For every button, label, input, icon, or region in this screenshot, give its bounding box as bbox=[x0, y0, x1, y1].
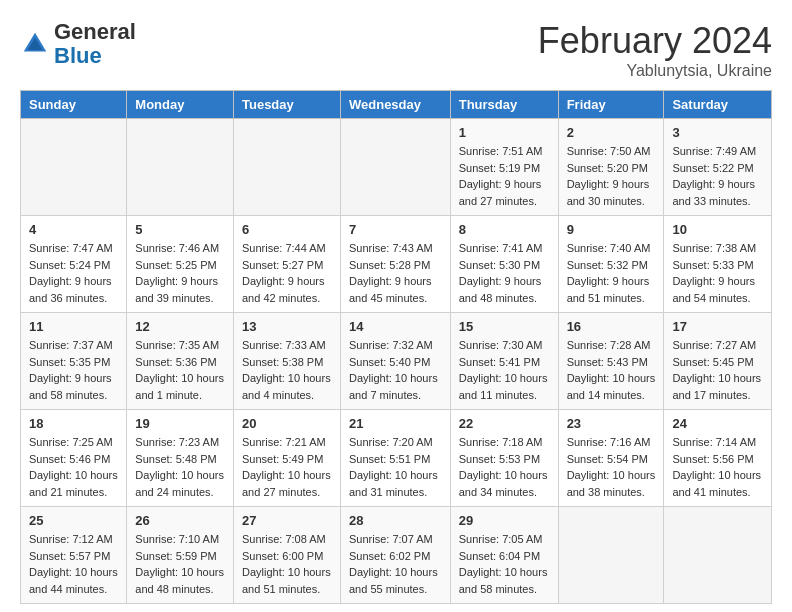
day-number: 16 bbox=[567, 319, 656, 334]
day-number: 2 bbox=[567, 125, 656, 140]
day-number: 14 bbox=[349, 319, 442, 334]
weekday-header-saturday: Saturday bbox=[664, 91, 772, 119]
day-info: Sunrise: 7:27 AMSunset: 5:45 PMDaylight:… bbox=[672, 337, 763, 403]
calendar-week-5: 25Sunrise: 7:12 AMSunset: 5:57 PMDayligh… bbox=[21, 507, 772, 604]
calendar-cell bbox=[21, 119, 127, 216]
calendar-cell: 24Sunrise: 7:14 AMSunset: 5:56 PMDayligh… bbox=[664, 410, 772, 507]
logo-general-text: General bbox=[54, 19, 136, 44]
calendar-cell: 27Sunrise: 7:08 AMSunset: 6:00 PMDayligh… bbox=[233, 507, 340, 604]
day-info: Sunrise: 7:18 AMSunset: 5:53 PMDaylight:… bbox=[459, 434, 550, 500]
day-info: Sunrise: 7:41 AMSunset: 5:30 PMDaylight:… bbox=[459, 240, 550, 306]
calendar-cell: 3Sunrise: 7:49 AMSunset: 5:22 PMDaylight… bbox=[664, 119, 772, 216]
day-info: Sunrise: 7:50 AMSunset: 5:20 PMDaylight:… bbox=[567, 143, 656, 209]
weekday-header-sunday: Sunday bbox=[21, 91, 127, 119]
calendar-cell: 17Sunrise: 7:27 AMSunset: 5:45 PMDayligh… bbox=[664, 313, 772, 410]
calendar-cell: 14Sunrise: 7:32 AMSunset: 5:40 PMDayligh… bbox=[340, 313, 450, 410]
day-info: Sunrise: 7:23 AMSunset: 5:48 PMDaylight:… bbox=[135, 434, 225, 500]
calendar-week-3: 11Sunrise: 7:37 AMSunset: 5:35 PMDayligh… bbox=[21, 313, 772, 410]
day-number: 13 bbox=[242, 319, 332, 334]
day-info: Sunrise: 7:32 AMSunset: 5:40 PMDaylight:… bbox=[349, 337, 442, 403]
day-info: Sunrise: 7:14 AMSunset: 5:56 PMDaylight:… bbox=[672, 434, 763, 500]
calendar-cell: 21Sunrise: 7:20 AMSunset: 5:51 PMDayligh… bbox=[340, 410, 450, 507]
calendar-cell: 8Sunrise: 7:41 AMSunset: 5:30 PMDaylight… bbox=[450, 216, 558, 313]
day-info: Sunrise: 7:47 AMSunset: 5:24 PMDaylight:… bbox=[29, 240, 118, 306]
day-number: 8 bbox=[459, 222, 550, 237]
day-number: 25 bbox=[29, 513, 118, 528]
day-number: 20 bbox=[242, 416, 332, 431]
calendar-cell bbox=[558, 507, 664, 604]
calendar-cell: 29Sunrise: 7:05 AMSunset: 6:04 PMDayligh… bbox=[450, 507, 558, 604]
calendar-week-2: 4Sunrise: 7:47 AMSunset: 5:24 PMDaylight… bbox=[21, 216, 772, 313]
day-number: 15 bbox=[459, 319, 550, 334]
day-info: Sunrise: 7:05 AMSunset: 6:04 PMDaylight:… bbox=[459, 531, 550, 597]
day-info: Sunrise: 7:07 AMSunset: 6:02 PMDaylight:… bbox=[349, 531, 442, 597]
weekday-header-row: SundayMondayTuesdayWednesdayThursdayFrid… bbox=[21, 91, 772, 119]
calendar-cell: 16Sunrise: 7:28 AMSunset: 5:43 PMDayligh… bbox=[558, 313, 664, 410]
calendar-cell: 28Sunrise: 7:07 AMSunset: 6:02 PMDayligh… bbox=[340, 507, 450, 604]
calendar-cell: 11Sunrise: 7:37 AMSunset: 5:35 PMDayligh… bbox=[21, 313, 127, 410]
day-info: Sunrise: 7:33 AMSunset: 5:38 PMDaylight:… bbox=[242, 337, 332, 403]
calendar-cell: 22Sunrise: 7:18 AMSunset: 5:53 PMDayligh… bbox=[450, 410, 558, 507]
day-info: Sunrise: 7:51 AMSunset: 5:19 PMDaylight:… bbox=[459, 143, 550, 209]
day-number: 12 bbox=[135, 319, 225, 334]
day-info: Sunrise: 7:43 AMSunset: 5:28 PMDaylight:… bbox=[349, 240, 442, 306]
day-number: 4 bbox=[29, 222, 118, 237]
day-number: 5 bbox=[135, 222, 225, 237]
day-number: 21 bbox=[349, 416, 442, 431]
calendar-cell: 9Sunrise: 7:40 AMSunset: 5:32 PMDaylight… bbox=[558, 216, 664, 313]
day-info: Sunrise: 7:44 AMSunset: 5:27 PMDaylight:… bbox=[242, 240, 332, 306]
day-info: Sunrise: 7:25 AMSunset: 5:46 PMDaylight:… bbox=[29, 434, 118, 500]
day-info: Sunrise: 7:37 AMSunset: 5:35 PMDaylight:… bbox=[29, 337, 118, 403]
calendar-cell: 4Sunrise: 7:47 AMSunset: 5:24 PMDaylight… bbox=[21, 216, 127, 313]
calendar-cell: 26Sunrise: 7:10 AMSunset: 5:59 PMDayligh… bbox=[127, 507, 234, 604]
day-number: 24 bbox=[672, 416, 763, 431]
location-subtitle: Yablunytsia, Ukraine bbox=[538, 62, 772, 80]
calendar-cell: 23Sunrise: 7:16 AMSunset: 5:54 PMDayligh… bbox=[558, 410, 664, 507]
weekday-header-wednesday: Wednesday bbox=[340, 91, 450, 119]
calendar-cell: 7Sunrise: 7:43 AMSunset: 5:28 PMDaylight… bbox=[340, 216, 450, 313]
day-number: 23 bbox=[567, 416, 656, 431]
day-number: 7 bbox=[349, 222, 442, 237]
calendar-cell: 13Sunrise: 7:33 AMSunset: 5:38 PMDayligh… bbox=[233, 313, 340, 410]
calendar-cell: 2Sunrise: 7:50 AMSunset: 5:20 PMDaylight… bbox=[558, 119, 664, 216]
calendar-cell: 12Sunrise: 7:35 AMSunset: 5:36 PMDayligh… bbox=[127, 313, 234, 410]
calendar-cell: 5Sunrise: 7:46 AMSunset: 5:25 PMDaylight… bbox=[127, 216, 234, 313]
logo-blue-text: Blue bbox=[54, 43, 102, 68]
day-number: 29 bbox=[459, 513, 550, 528]
day-number: 6 bbox=[242, 222, 332, 237]
logo: General Blue bbox=[20, 20, 136, 68]
calendar-cell bbox=[664, 507, 772, 604]
day-info: Sunrise: 7:12 AMSunset: 5:57 PMDaylight:… bbox=[29, 531, 118, 597]
calendar-cell: 6Sunrise: 7:44 AMSunset: 5:27 PMDaylight… bbox=[233, 216, 340, 313]
calendar-cell: 20Sunrise: 7:21 AMSunset: 5:49 PMDayligh… bbox=[233, 410, 340, 507]
calendar-table: SundayMondayTuesdayWednesdayThursdayFrid… bbox=[20, 90, 772, 604]
day-number: 26 bbox=[135, 513, 225, 528]
day-number: 3 bbox=[672, 125, 763, 140]
weekday-header-tuesday: Tuesday bbox=[233, 91, 340, 119]
day-info: Sunrise: 7:38 AMSunset: 5:33 PMDaylight:… bbox=[672, 240, 763, 306]
day-number: 10 bbox=[672, 222, 763, 237]
day-info: Sunrise: 7:20 AMSunset: 5:51 PMDaylight:… bbox=[349, 434, 442, 500]
logo-icon bbox=[20, 29, 50, 59]
calendar-week-1: 1Sunrise: 7:51 AMSunset: 5:19 PMDaylight… bbox=[21, 119, 772, 216]
weekday-header-friday: Friday bbox=[558, 91, 664, 119]
calendar-cell: 15Sunrise: 7:30 AMSunset: 5:41 PMDayligh… bbox=[450, 313, 558, 410]
day-info: Sunrise: 7:46 AMSunset: 5:25 PMDaylight:… bbox=[135, 240, 225, 306]
calendar-cell: 10Sunrise: 7:38 AMSunset: 5:33 PMDayligh… bbox=[664, 216, 772, 313]
weekday-header-thursday: Thursday bbox=[450, 91, 558, 119]
day-number: 28 bbox=[349, 513, 442, 528]
calendar-cell bbox=[233, 119, 340, 216]
calendar-cell: 1Sunrise: 7:51 AMSunset: 5:19 PMDaylight… bbox=[450, 119, 558, 216]
day-number: 1 bbox=[459, 125, 550, 140]
day-info: Sunrise: 7:08 AMSunset: 6:00 PMDaylight:… bbox=[242, 531, 332, 597]
month-title: February 2024 bbox=[538, 20, 772, 62]
weekday-header-monday: Monday bbox=[127, 91, 234, 119]
day-info: Sunrise: 7:30 AMSunset: 5:41 PMDaylight:… bbox=[459, 337, 550, 403]
day-number: 11 bbox=[29, 319, 118, 334]
title-block: February 2024 Yablunytsia, Ukraine bbox=[538, 20, 772, 80]
calendar-cell: 25Sunrise: 7:12 AMSunset: 5:57 PMDayligh… bbox=[21, 507, 127, 604]
day-info: Sunrise: 7:21 AMSunset: 5:49 PMDaylight:… bbox=[242, 434, 332, 500]
day-number: 27 bbox=[242, 513, 332, 528]
calendar-cell: 18Sunrise: 7:25 AMSunset: 5:46 PMDayligh… bbox=[21, 410, 127, 507]
day-number: 9 bbox=[567, 222, 656, 237]
